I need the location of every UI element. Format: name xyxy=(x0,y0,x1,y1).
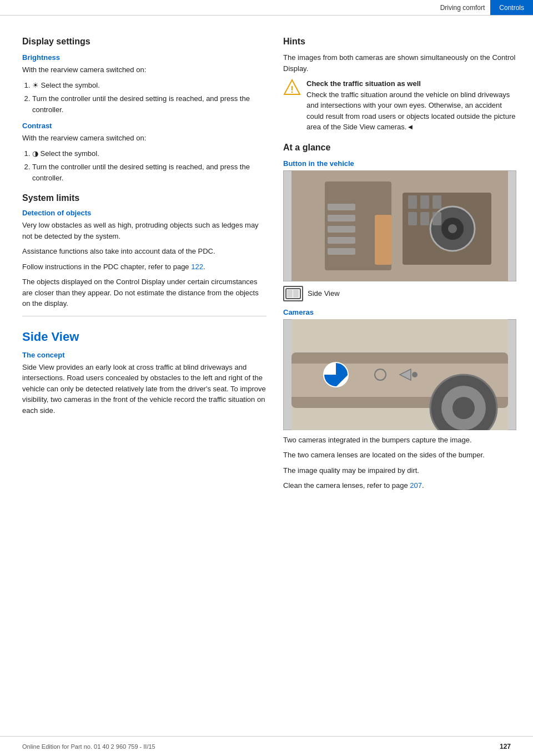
svg-rect-12 xyxy=(328,248,355,255)
brightness-step-1: ☀ Select the symbol. xyxy=(32,80,266,91)
svg-rect-17 xyxy=(420,212,429,225)
button-in-vehicle-image xyxy=(283,170,516,281)
side-view-icon xyxy=(283,286,303,301)
svg-rect-16 xyxy=(408,212,417,225)
cameras-p2: The two camera lenses are located on the… xyxy=(283,450,516,461)
right-column: Hints The images from both cameras are s… xyxy=(283,27,516,496)
hints-p1: The images from both cameras are shown s… xyxy=(283,52,516,74)
warning-title: Check the traffic situation as well xyxy=(306,79,421,88)
left-column: Display settings Brightness With the rea… xyxy=(22,27,266,496)
footer-page-number: 127 xyxy=(500,743,511,750)
cameras-image xyxy=(283,319,516,430)
svg-rect-22 xyxy=(293,290,299,298)
svg-rect-21 xyxy=(287,290,293,298)
cameras-p1: Two cameras integrated in the bumpers ca… xyxy=(283,435,516,446)
detection-p4: The objects displayed on the Control Dis… xyxy=(22,276,266,309)
warning-body: Check the traffic situation around the v… xyxy=(306,90,515,132)
side-view-label: Side View xyxy=(308,289,340,298)
warning-icon: ! xyxy=(283,78,301,133)
svg-rect-19 xyxy=(375,215,391,265)
at-a-glance-heading: At a glance xyxy=(283,143,516,153)
svg-rect-11 xyxy=(328,237,355,244)
svg-point-7 xyxy=(448,224,457,233)
brightness-intro: With the rearview camera switched on: xyxy=(22,64,266,75)
contrast-intro: With the rearview camera switched on: xyxy=(22,133,266,144)
detection-p3-link[interactable]: 122 xyxy=(191,263,203,271)
brightness-heading: Brightness xyxy=(22,53,266,62)
detection-p3: Follow instructions in the PDC chapter, … xyxy=(22,261,266,273)
brightness-steps: ☀ Select the symbol. Turn the controller… xyxy=(32,80,266,115)
hints-heading: Hints xyxy=(283,37,516,47)
footer-text: Online Edition for Part no. 01 40 2 960 … xyxy=(22,743,155,750)
brightness-step-2: Turn the controller until the desired se… xyxy=(32,93,266,115)
display-settings-heading: Display settings xyxy=(22,37,266,47)
page-footer: Online Edition for Part no. 01 40 2 960 … xyxy=(0,736,533,756)
side-view-icon-row: Side View xyxy=(283,286,516,301)
cameras-p3: The image quality may be impaired by dir… xyxy=(283,465,516,476)
side-view-heading: Side View xyxy=(22,330,266,344)
svg-text:!: ! xyxy=(290,85,293,94)
main-content: Display settings Brightness With the rea… xyxy=(0,16,533,507)
svg-rect-9 xyxy=(328,215,355,221)
cameras-heading: Cameras xyxy=(283,308,516,316)
the-concept-heading: The concept xyxy=(22,351,266,359)
detection-p2: Assistance functions also take into acco… xyxy=(22,246,266,257)
warning-text: Check the traffic situation as well Chec… xyxy=(306,78,516,133)
svg-point-28 xyxy=(452,397,475,419)
contrast-step-1: ◑ Select the symbol. xyxy=(32,148,266,159)
detection-of-objects-heading: Detection of objects xyxy=(22,209,266,217)
svg-rect-15 xyxy=(433,195,441,209)
button-in-vehicle-heading: Button in the vehicle xyxy=(283,159,516,168)
cameras-p4-link[interactable]: 207 xyxy=(410,481,422,490)
header-driving-comfort: Driving comfort xyxy=(440,4,491,12)
svg-rect-13 xyxy=(408,195,417,209)
concept-text: Side View provides an early look at cros… xyxy=(22,362,266,416)
section-divider xyxy=(22,316,266,316)
svg-rect-18 xyxy=(433,212,441,225)
detection-p1: Very low obstacles as well as high, prot… xyxy=(22,220,266,241)
svg-rect-8 xyxy=(328,204,355,210)
svg-rect-10 xyxy=(328,226,355,233)
system-limits-heading: System limits xyxy=(22,193,266,203)
svg-point-31 xyxy=(412,372,418,377)
contrast-heading: Contrast xyxy=(22,122,266,130)
warning-block: ! Check the traffic situation as well Ch… xyxy=(283,78,516,133)
cameras-p4: Clean the camera lenses, refer to page 2… xyxy=(283,480,516,491)
header-controls: Controls xyxy=(490,0,533,15)
contrast-steps: ◑ Select the symbol. Turn the controller… xyxy=(32,148,266,184)
page-header: Driving comfort Controls xyxy=(0,0,533,16)
svg-rect-14 xyxy=(420,195,429,209)
contrast-step-2: Turn the controller until the desired se… xyxy=(32,162,266,183)
